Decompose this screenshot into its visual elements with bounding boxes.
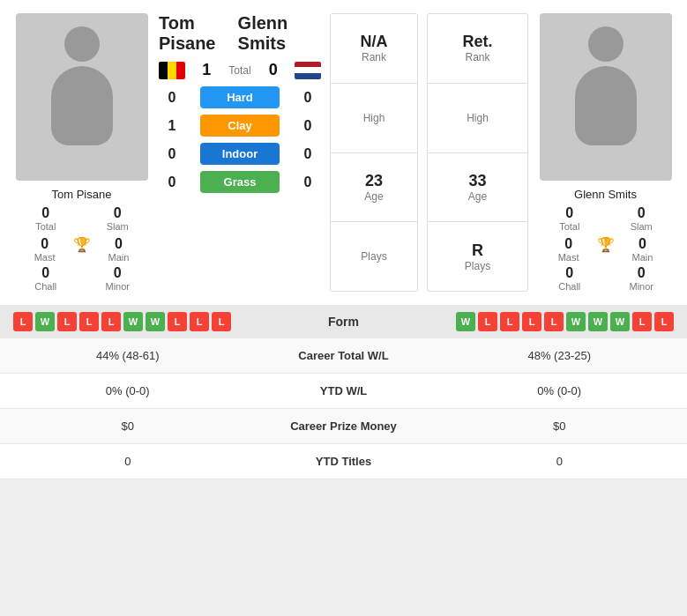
- grass-left-score: 0: [159, 174, 185, 190]
- left-slam-lbl: Slam: [107, 221, 129, 232]
- left-rank-val: N/A: [361, 33, 388, 51]
- indoor-left-score: 0: [159, 146, 185, 162]
- belgium-flag: [159, 62, 185, 79]
- right-player-avatar: [540, 13, 672, 181]
- left-high-lbl: High: [363, 112, 385, 124]
- right-high-block: High: [428, 84, 527, 153]
- left-plays-block: Plays: [331, 222, 417, 291]
- clay-left-score: 1: [159, 118, 185, 134]
- right-main-val: 0: [638, 236, 646, 252]
- left-chall-val: 0: [41, 265, 49, 281]
- left-stat-slam: 0 Slam: [86, 205, 151, 232]
- left-stat-total: 0 Total: [13, 205, 78, 232]
- left-chall-grid: 0 Chall 0 Minor: [13, 265, 150, 292]
- form-badge: W: [456, 312, 475, 331]
- right-rank-block: Ret. Rank: [428, 14, 527, 84]
- right-rank-val: Ret.: [462, 33, 492, 51]
- right-main-item: 0 Main: [632, 236, 653, 263]
- indoor-button[interactable]: Indoor: [200, 143, 280, 165]
- center-column: Tom Pisane Glenn Smits 1 Total 0: [159, 13, 321, 292]
- form-badge: W: [146, 312, 165, 331]
- flag-nl-blue: [295, 73, 321, 79]
- stat-right-val: 0: [432, 444, 688, 479]
- right-mid-stats: Ret. Rank High 33 Age R Plays: [427, 13, 528, 292]
- right-player-name: Glenn Smits: [574, 188, 637, 201]
- right-slam-lbl: Slam: [631, 221, 653, 232]
- names-row: Tom Pisane Glenn Smits: [159, 13, 321, 54]
- form-badge: L: [522, 312, 541, 331]
- form-label: Form: [328, 315, 359, 329]
- left-silhouette-head: [64, 26, 100, 62]
- form-badge: L: [13, 312, 33, 331]
- right-main-lbl: Main: [632, 252, 653, 263]
- form-badge: W: [566, 312, 586, 331]
- stat-right-val: $0: [432, 409, 688, 443]
- left-minor-lbl: Minor: [105, 281, 130, 292]
- right-minor-val: 0: [638, 265, 646, 281]
- stat-center-label: Career Total W/L: [256, 338, 432, 373]
- left-mast-lbl: Mast: [34, 252, 56, 263]
- stat-center-label: YTD Titles: [256, 444, 432, 479]
- stats-row: 0% (0-0) YTD W/L 0% (0-0): [0, 374, 687, 409]
- surface-row-indoor: 0 Indoor 0: [159, 143, 321, 165]
- right-stat-total: 0 Total: [537, 205, 602, 232]
- form-badge: L: [478, 312, 497, 331]
- left-rank-lbl: Rank: [362, 51, 386, 63]
- flag-be-black: [159, 62, 168, 79]
- right-stat-slam: 0 Slam: [609, 205, 675, 232]
- right-trophy-icon-container: 🏆: [593, 236, 619, 253]
- left-mid-stats: N/A Rank High 23 Age Plays: [330, 13, 418, 292]
- left-trophy-icon-container: 🏆: [69, 236, 95, 253]
- left-chall-lbl: Chall: [34, 281, 56, 292]
- left-main-item: 0 Main: [108, 236, 130, 263]
- netherlands-flag: [295, 62, 321, 79]
- right-age-block: 33 Age: [428, 153, 527, 223]
- right-rank-lbl: Rank: [465, 51, 489, 63]
- stat-center-label: Career Prize Money: [256, 409, 432, 443]
- left-plays-lbl: Plays: [361, 250, 386, 263]
- right-chall-grid: 0 Chall 0 Minor: [537, 265, 674, 292]
- left-main-lbl: Main: [108, 252, 130, 263]
- right-high-lbl: High: [467, 112, 489, 124]
- right-total-val: 0: [565, 205, 573, 221]
- form-badge: L: [168, 312, 187, 331]
- left-form-badges: LWLLLWWLLL: [13, 312, 231, 331]
- form-badge: L: [101, 312, 121, 331]
- left-total-val: 0: [41, 205, 49, 221]
- left-trophy-row: 0 Mast 🏆 0 Main: [34, 236, 130, 263]
- surface-section: 0 Hard 0 1 Clay 0 0 Indoor 0: [159, 86, 321, 193]
- left-age-val: 23: [365, 172, 383, 190]
- total-scores: 1 Total 0: [202, 61, 277, 79]
- right-trophy-row: 0 Mast 🏆 0 Main: [558, 236, 653, 263]
- left-chall-item: 0 Chall: [13, 265, 78, 292]
- hard-button[interactable]: Hard: [200, 86, 280, 108]
- stats-row: 0 YTD Titles 0: [0, 444, 687, 479]
- hard-left-score: 0: [159, 90, 185, 106]
- form-badge: L: [500, 312, 519, 331]
- form-badge: L: [654, 312, 674, 331]
- surface-row-clay: 1 Clay 0: [159, 115, 321, 137]
- left-mast-item: 0 Mast: [34, 236, 56, 263]
- right-silhouette: [566, 26, 646, 167]
- left-total-lbl: Total: [35, 221, 56, 232]
- form-badge: L: [190, 312, 209, 331]
- left-slam-val: 0: [114, 205, 122, 221]
- clay-button[interactable]: Clay: [200, 115, 280, 137]
- total-block: Total: [228, 64, 250, 77]
- form-badge: L: [212, 312, 231, 331]
- right-mast-val: 0: [564, 236, 572, 252]
- form-badge: L: [79, 312, 99, 331]
- right-trophy-icon: 🏆: [597, 236, 615, 253]
- left-name-header: Tom Pisane: [159, 13, 238, 54]
- left-minor-item: 0 Minor: [86, 265, 151, 292]
- stat-left-val: 0% (0-0): [0, 374, 256, 408]
- left-stats-grid: 0 Total 0 Slam: [13, 205, 150, 232]
- stat-left-val: 44% (48-61): [0, 338, 256, 373]
- surface-row-grass: 0 Grass 0: [159, 171, 321, 193]
- right-mast-lbl: Mast: [558, 252, 579, 263]
- left-total-score: 1: [202, 61, 211, 79]
- right-minor-lbl: Minor: [629, 281, 653, 292]
- stat-left-val: 0: [0, 444, 256, 479]
- right-mast-item: 0 Mast: [558, 236, 579, 263]
- grass-button[interactable]: Grass: [200, 171, 280, 193]
